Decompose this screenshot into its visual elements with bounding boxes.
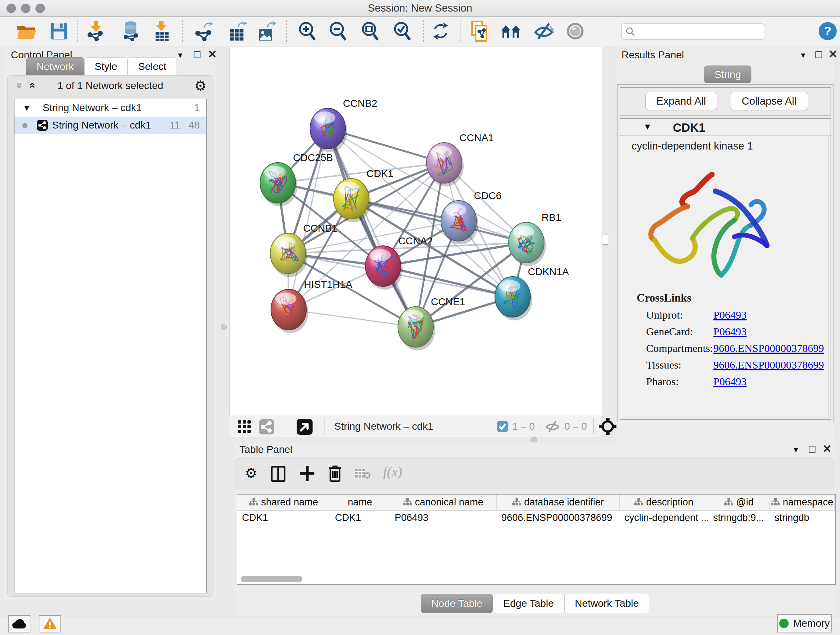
save-session-button[interactable] xyxy=(46,19,72,43)
cloud-status-button[interactable] xyxy=(8,615,30,632)
zoom-in-button[interactable] xyxy=(294,19,320,43)
panel-menu-icon[interactable]: ▾ xyxy=(794,445,798,455)
tab-string[interactable]: String xyxy=(704,65,752,83)
cell[interactable]: CDK1 xyxy=(330,510,390,525)
search-field[interactable] xyxy=(622,23,764,40)
results-panel-tabs: String xyxy=(704,65,752,83)
open-session-button[interactable] xyxy=(14,19,40,43)
eye-slash-icon xyxy=(533,22,554,40)
horizontal-scrollbar-thumb[interactable] xyxy=(241,576,302,582)
left-splitter-handle[interactable] xyxy=(221,324,227,330)
column-header-canonical-name[interactable]: canonical name xyxy=(390,494,497,510)
network-row[interactable]: String Network – cdk1 11 48 xyxy=(14,117,206,134)
cell[interactable]: P06493 xyxy=(390,510,497,525)
export-image-button[interactable] xyxy=(254,19,279,43)
column-header--id[interactable]: @id xyxy=(708,494,770,510)
table-options-gear-icon[interactable]: ⚙ xyxy=(245,465,257,481)
tab-node-table[interactable]: Node Table xyxy=(421,594,493,613)
close-panel-icon[interactable]: ✕ xyxy=(823,443,832,454)
hide-selected-button[interactable] xyxy=(531,19,557,43)
right-splitter-handle[interactable] xyxy=(603,234,608,245)
export-network-button[interactable] xyxy=(190,19,216,43)
search-input[interactable] xyxy=(638,24,760,38)
delete-column-icon[interactable] xyxy=(328,464,342,482)
first-neighbors-button[interactable] xyxy=(498,19,524,43)
cell[interactable]: cyclin-dependent ... xyxy=(620,510,708,525)
column-header-description[interactable]: description xyxy=(620,494,708,510)
node-label-CCNB2: CCNB2 xyxy=(343,98,377,109)
open-in-window-icon[interactable] xyxy=(297,419,313,435)
network-node-CCNE1[interactable] xyxy=(398,307,435,350)
network-node-CCNA2[interactable] xyxy=(365,246,403,290)
network-node-RB1[interactable] xyxy=(508,222,546,266)
gene-details: cyclin-dependent kinase 1 CrossLinks Uni… xyxy=(622,135,829,417)
collapse-triangle-icon[interactable]: ▼ xyxy=(22,99,31,117)
network-collection-row[interactable]: ▼ String Network – cdk1 1 xyxy=(14,99,206,117)
network-overview-icon[interactable] xyxy=(259,419,274,434)
zoom-fit-button[interactable] xyxy=(357,19,383,43)
import-network-database-button[interactable] xyxy=(118,19,144,43)
tab-select[interactable]: Select xyxy=(128,57,177,76)
float-panel-icon[interactable]: □ xyxy=(809,443,815,454)
network-node-CDC25B[interactable] xyxy=(260,163,297,206)
update-view-button[interactable] xyxy=(428,19,454,43)
status-bar: Memory xyxy=(0,620,840,635)
network-edge-CCNB2-CCNE1[interactable] xyxy=(328,128,416,327)
crosslink-link[interactable]: 9606.ENSP00000378699 xyxy=(714,356,824,373)
table-panel: Table Panel ▾ □ ✕ ⚙ f(x) xyxy=(234,442,836,616)
cell[interactable]: stringdb xyxy=(770,510,835,525)
float-panel-icon[interactable]: □ xyxy=(815,49,822,60)
show-columns-icon[interactable] xyxy=(271,466,286,482)
panel-menu-icon[interactable]: ▾ xyxy=(801,50,805,60)
grid-view-icon[interactable] xyxy=(238,420,251,433)
control-panel: Control Panel ▾ □ ✕ NetworkStyleSelectSe… xyxy=(4,47,216,600)
cell[interactable]: 9606.ENSP00000378699 xyxy=(497,510,620,525)
selected-checkbox-icon[interactable] xyxy=(497,421,508,432)
tab-network-table[interactable]: Network Table xyxy=(564,594,649,613)
network-node-CDC6[interactable] xyxy=(441,201,478,244)
import-table-file-button[interactable] xyxy=(149,19,175,43)
database-icon xyxy=(121,21,141,41)
column-header-namespace[interactable]: namespace xyxy=(770,494,835,510)
network-node-CDK1[interactable] xyxy=(333,179,371,222)
protein-structure-image xyxy=(643,168,772,287)
cell[interactable]: CDK1 xyxy=(237,510,330,525)
tab-network[interactable]: Network xyxy=(26,57,84,76)
new-network-from-selection-button[interactable] xyxy=(467,19,493,43)
table-row[interactable]: CDK1CDK1P064939606.ENSP00000378699cyclin… xyxy=(237,510,835,525)
zoom-selected-button[interactable] xyxy=(389,19,415,43)
collapse-triangle-icon[interactable]: ▼ xyxy=(643,122,652,132)
results-panel-title: Results Panel xyxy=(622,49,684,61)
close-panel-icon[interactable]: ✕ xyxy=(829,49,837,60)
network-view-canvas[interactable]: CCNB2CCNA1CDC25BCDK1CDC6RB1CCNB1CCNA2CDK… xyxy=(229,47,602,416)
gene-section-header[interactable]: ▼ CDK1 xyxy=(620,119,831,136)
birdseye-crosshair-icon[interactable] xyxy=(599,418,616,435)
crosslink-link[interactable]: P06493 xyxy=(714,373,747,390)
memory-button[interactable]: Memory xyxy=(777,614,832,632)
network-options-gear-icon[interactable]: ⚙ xyxy=(194,78,207,94)
network-node-CCNA1[interactable] xyxy=(426,143,464,187)
column-header-name[interactable]: name xyxy=(330,494,390,510)
network-node-CDKN1A[interactable] xyxy=(495,277,532,320)
warning-status-button[interactable] xyxy=(39,615,61,632)
crosslink-link[interactable]: P06493 xyxy=(714,307,747,323)
show-graphics-details-button[interactable] xyxy=(562,19,588,43)
column-header-database-identifier[interactable]: database identifier xyxy=(497,494,620,510)
collapse-all-button[interactable]: Collapse All xyxy=(730,92,808,110)
column-header-shared-name[interactable]: shared name xyxy=(237,494,330,510)
crosslink-link[interactable]: P06493 xyxy=(714,323,747,340)
expand-all-button[interactable]: Expand All xyxy=(645,92,717,110)
network-node-CCNB2[interactable] xyxy=(310,108,347,152)
export-table-button[interactable] xyxy=(224,19,250,43)
memory-label: Memory xyxy=(793,618,829,629)
cell[interactable]: stringdb:9... xyxy=(708,510,770,525)
help-button[interactable]: ? xyxy=(815,19,840,43)
zoom-out-icon xyxy=(328,21,347,41)
collection-count: 1 xyxy=(194,99,200,117)
zoom-out-button[interactable] xyxy=(325,19,351,43)
crosslink-link[interactable]: 9606.ENSP00000378699 xyxy=(714,340,824,356)
add-column-icon[interactable] xyxy=(299,465,315,482)
tab-edge-table[interactable]: Edge Table xyxy=(493,594,564,613)
import-network-file-button[interactable] xyxy=(82,19,109,43)
tab-style[interactable]: Style xyxy=(84,57,128,76)
